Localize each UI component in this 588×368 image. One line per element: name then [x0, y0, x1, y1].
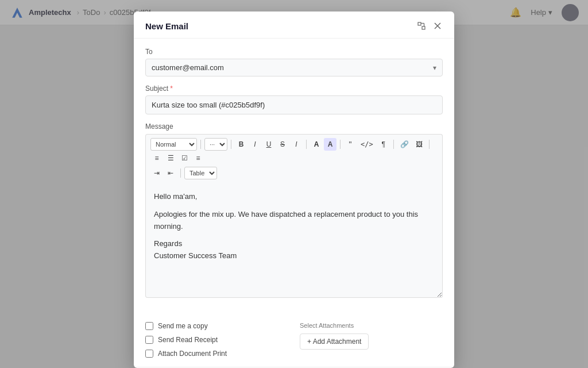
attach-doc-checkbox-item[interactable]: Attach Document Print — [145, 350, 288, 358]
close-icon[interactable] — [432, 21, 443, 31]
subject-field-group: Subject — [145, 85, 443, 114]
bold-button[interactable]: B — [235, 138, 247, 151]
message-line3: RegardsCustomer Success Team — [154, 238, 434, 262]
toolbar-row-2: ⇥ ⇤ Table — [150, 166, 438, 181]
font-color-button[interactable]: A — [310, 138, 323, 151]
modal-footer-options: Send me a copy Send Read Receipt Attach … — [134, 315, 454, 358]
underline-button[interactable]: U — [262, 138, 275, 151]
blockquote-button[interactable]: " — [344, 138, 357, 151]
resize-icon[interactable] — [416, 21, 427, 31]
send-copy-label: Send me a copy — [158, 322, 208, 330]
message-field-group: Message Normal Heading 1 Heading 2 ··· — [145, 122, 443, 298]
to-dropdown-arrow[interactable]: ▾ — [433, 64, 436, 72]
unordered-list-button[interactable]: ☰ — [164, 152, 177, 164]
modal-header: New Email — [134, 12, 454, 39]
link-button[interactable]: 🔗 — [397, 138, 412, 151]
new-email-modal: New Email — [134, 12, 454, 368]
read-receipt-checkbox-item[interactable]: Send Read Receipt — [145, 336, 288, 344]
send-copy-checkbox[interactable] — [145, 322, 153, 330]
code-button[interactable]: </> — [358, 138, 376, 151]
toolbar-sep7 — [180, 168, 181, 178]
italic-alt-button[interactable]: I — [290, 138, 303, 151]
read-receipt-label: Send Read Receipt — [158, 336, 218, 344]
editor-toolbar: Normal Heading 1 Heading 2 ··· B I U S — [145, 134, 443, 183]
task-list-button[interactable]: ☑ — [178, 152, 191, 164]
modal-header-icons — [416, 21, 443, 31]
attach-doc-label: Attach Document Print — [158, 350, 227, 358]
add-attachment-label: + Add Attachment — [307, 338, 361, 346]
toolbar-sep2 — [231, 140, 231, 149]
more-options-select[interactable]: ··· — [204, 138, 227, 151]
indent-increase-button[interactable]: ⇥ — [150, 167, 163, 179]
svg-rect-2 — [422, 26, 425, 29]
format-select[interactable]: Normal Heading 1 Heading 2 — [150, 138, 197, 151]
message-label: Message — [145, 122, 443, 131]
toolbar-row-1: Normal Heading 1 Heading 2 ··· B I U S — [150, 137, 438, 166]
align-button[interactable]: ≡ — [192, 152, 204, 164]
send-copy-checkbox-item[interactable]: Send me a copy — [145, 322, 288, 330]
message-line2: Apologies for the mix up. We have dispat… — [154, 209, 434, 233]
subject-label: Subject — [145, 85, 443, 93]
table-select[interactable]: Table — [184, 167, 217, 179]
modal-title: New Email — [145, 21, 188, 31]
modal-body: To ▾ Subject Message Normal — [134, 39, 454, 315]
editor-area[interactable]: Hello ma'am, Apologies for the mix up. W… — [145, 183, 443, 298]
toolbar-sep3 — [306, 140, 307, 149]
ordered-list-button[interactable]: ≡ — [150, 152, 163, 164]
to-field-group: To ▾ — [145, 48, 443, 76]
italic-button[interactable]: I — [249, 138, 261, 151]
toolbar-sep5 — [393, 140, 394, 149]
indent-decrease-button[interactable]: ⇤ — [164, 167, 177, 179]
attach-doc-checkbox[interactable] — [145, 350, 153, 358]
image-button[interactable]: 🖼 — [413, 138, 425, 151]
highlight-button[interactable]: A — [324, 138, 336, 151]
footer-left: Send me a copy Send Read Receipt Attach … — [145, 322, 288, 358]
toolbar-sep1 — [200, 140, 201, 149]
add-attachment-button[interactable]: + Add Attachment — [300, 334, 369, 350]
to-label: To — [145, 48, 443, 56]
read-receipt-checkbox[interactable] — [145, 336, 153, 344]
strikethrough-button[interactable]: S — [276, 138, 289, 151]
toolbar-sep4 — [340, 140, 341, 149]
message-line1: Hello ma'am, — [154, 191, 434, 203]
attachments-label: Select Attachments — [300, 322, 443, 329]
subject-input[interactable] — [145, 95, 443, 114]
footer-right: Select Attachments + Add Attachment — [300, 322, 443, 358]
paragraph-button[interactable]: ¶ — [377, 138, 390, 151]
toolbar-sep6 — [429, 140, 430, 149]
to-input[interactable] — [152, 63, 433, 72]
to-field-wrapper[interactable]: ▾ — [145, 59, 443, 76]
modal-overlay: New Email — [0, 0, 588, 368]
svg-rect-1 — [418, 22, 421, 25]
checkbox-group: Send me a copy Send Read Receipt Attach … — [145, 322, 288, 358]
